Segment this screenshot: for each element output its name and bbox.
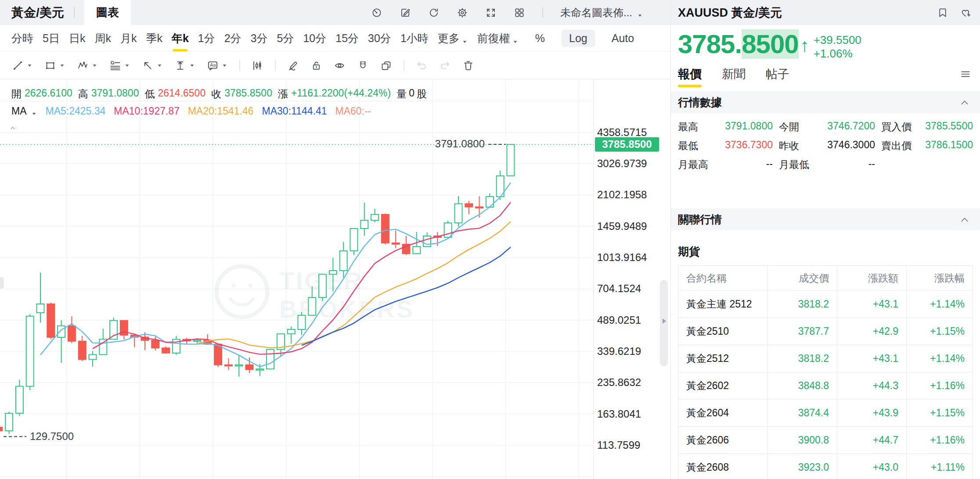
chart-header-icons: 未命名圖表佈...	[371, 6, 643, 20]
eye-icon	[334, 60, 346, 71]
trend-line-tool[interactable]	[12, 60, 33, 71]
trash-tool[interactable]	[462, 60, 474, 71]
eye-tool[interactable]	[334, 60, 346, 71]
layout-name-label: 未命名圖表佈...	[560, 6, 632, 20]
timeframe-5日[interactable]: 5日	[43, 31, 60, 46]
left-drag-handle[interactable]	[0, 277, 4, 289]
quote-tabs: 報價新聞帖子	[671, 63, 980, 85]
percent-toggle[interactable]: %	[535, 32, 545, 45]
quote-tab-新聞[interactable]: 新聞	[722, 66, 746, 82]
fullscreen-icon[interactable]	[485, 7, 497, 18]
stat-value: --	[766, 158, 773, 172]
column-header[interactable]: 漲跌額	[837, 266, 906, 290]
text-note-tool[interactable]: Aa	[207, 60, 228, 71]
column-header[interactable]: 漲跌幅	[906, 266, 973, 290]
gann-tool[interactable]: G	[109, 60, 130, 71]
stat-value: 3786.1500	[925, 139, 973, 153]
timeframe-2分[interactable]: 2分	[224, 31, 241, 46]
timeframe-more[interactable]: 更多	[438, 31, 468, 46]
column-header[interactable]: 合約名稱	[678, 266, 767, 290]
table-row[interactable]: 黃金25103787.7+42.9+1.15%	[678, 318, 973, 345]
arrow-tool[interactable]	[142, 60, 163, 71]
draw-edit-icon[interactable]	[400, 7, 411, 18]
price-change-block: +39.5500 +1.06%	[814, 31, 861, 61]
pane-collapse-caret[interactable]	[8, 125, 18, 131]
table-row[interactable]: 黃金26083923.0+43.0+1.11%	[678, 454, 973, 479]
rectangle-tool[interactable]	[44, 60, 65, 71]
contract-value: +1.14%	[906, 345, 973, 372]
tab-chart[interactable]: 圖表	[84, 0, 131, 25]
timeframe-分時[interactable]: 分時	[11, 31, 33, 46]
ma-items: MA5:2425.34MA10:1927.87MA20:1541.46MA30:…	[46, 105, 371, 117]
timeframe-10分[interactable]: 10分	[303, 31, 326, 46]
quote-tab-報價[interactable]: 報價	[678, 66, 702, 82]
timeframe-1分[interactable]: 1分	[198, 31, 215, 46]
timeframe-30分[interactable]: 30分	[368, 31, 391, 46]
magnet-tool[interactable]	[357, 60, 369, 71]
column-header[interactable]: 成交價	[767, 266, 837, 290]
adjust-dropdown[interactable]: 前復權	[477, 31, 519, 46]
stat-value: 3746.3000	[827, 139, 875, 153]
timeframe-年k[interactable]: 年k	[172, 31, 189, 46]
contract-value: +1.16%	[906, 427, 973, 454]
freehand-tool[interactable]	[287, 60, 299, 71]
stat-label: 賣出價	[881, 139, 912, 153]
adjust-label: 前復權	[477, 31, 510, 46]
quote-tab-帖子[interactable]: 帖子	[766, 66, 789, 82]
ma-item-MA20: MA20:1541.46	[188, 105, 254, 117]
price-flash: 8500	[742, 29, 798, 59]
contract-name: 黃金2512	[678, 345, 767, 372]
contract-name: 黃金2602	[678, 372, 767, 399]
price-range-tool[interactable]	[174, 60, 195, 71]
futures-title: 期貨	[678, 244, 980, 258]
candle-volume-tool[interactable]	[252, 60, 263, 71]
link-objects-tool[interactable]	[380, 60, 392, 71]
wave-pattern-tool[interactable]	[77, 60, 98, 71]
ma-item-MA10: MA10:1927.87	[114, 105, 180, 117]
contract-value: +44.3	[837, 372, 906, 399]
table-row[interactable]: 黃金26063900.8+44.7+1.16%	[678, 426, 973, 454]
stat-value: 3785.5500	[925, 120, 973, 134]
stat-最低: 最低3736.7300	[678, 139, 779, 153]
log-scale-toggle[interactable]: Log	[562, 30, 595, 47]
contract-value: +44.7	[837, 427, 906, 454]
table-row[interactable]: 黃金26043874.4+43.9+1.15%	[678, 399, 973, 426]
settings-icon[interactable]	[457, 7, 468, 18]
timeframe-5分[interactable]: 5分	[277, 31, 294, 46]
timeframe-周k[interactable]: 周k	[94, 31, 111, 46]
heart-plus-icon[interactable]	[960, 7, 971, 18]
ohlc-volume-unit: 股	[417, 87, 427, 101]
panel-collapse-scrollbar[interactable]	[660, 280, 668, 366]
table-row[interactable]: 黃金26023848.8+44.3+1.16%	[678, 372, 973, 399]
timeframe-季k[interactable]: 季k	[146, 31, 162, 46]
table-row[interactable]: 黃金主連 25123818.2+43.1+1.14%	[678, 290, 973, 318]
layout-name-dropdown[interactable]: 未命名圖表佈...	[560, 6, 643, 20]
stat-今開: 今開3746.7200	[779, 120, 881, 134]
price-chart-svg[interactable]: TIGERBROKERS3791.0800129.75004358.571530…	[0, 79, 670, 479]
bookmark-icon[interactable]	[937, 7, 948, 18]
contract-value: +42.9	[837, 318, 906, 345]
timeframe-日k[interactable]: 日k	[69, 31, 86, 46]
ma-dropdown[interactable]: MA	[11, 105, 37, 117]
unlock-tool[interactable]	[310, 60, 322, 71]
layout-grid-icon[interactable]	[514, 7, 525, 18]
timeframe-3分[interactable]: 3分	[251, 31, 268, 46]
section-market-data[interactable]: 行情數據	[671, 91, 980, 113]
ohlc-low-value: 2614.6500	[158, 87, 205, 101]
y-axis-tick: 4358.5715	[597, 126, 647, 138]
table-row[interactable]: 黃金25123818.2+43.1+1.14%	[678, 345, 973, 372]
menu-icon[interactable]	[960, 68, 971, 80]
refresh-icon[interactable]	[428, 7, 440, 18]
more-label: 更多	[438, 31, 460, 46]
undo-tool	[416, 60, 428, 71]
section-related[interactable]: 關聯行情	[671, 208, 980, 230]
gauge-icon[interactable]	[371, 7, 382, 18]
y-axis-tick: 339.6219	[597, 345, 641, 357]
auto-scale-toggle[interactable]: Auto	[612, 32, 634, 45]
timeframe-月k[interactable]: 月k	[120, 31, 137, 46]
timeframe-15分[interactable]: 15分	[335, 31, 359, 46]
wave-pattern-icon	[77, 60, 89, 71]
timeframe-1小時[interactable]: 1小時	[400, 31, 429, 46]
stats-row: 最低3736.7300昨收3746.3000賣出價3786.1500	[678, 136, 973, 155]
ma-item-MA5: MA5:2425.34	[46, 105, 106, 117]
